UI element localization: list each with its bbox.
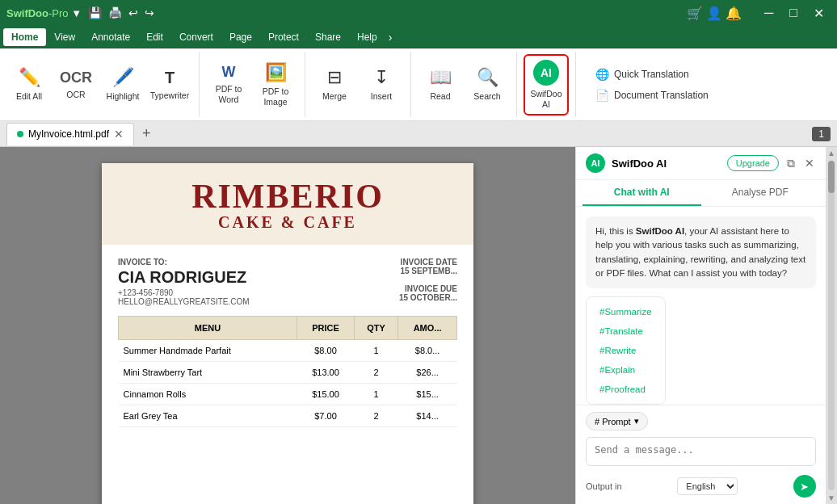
close-ai-icon[interactable]: ✕ xyxy=(803,155,816,171)
menu-help[interactable]: Help xyxy=(349,28,385,46)
highlight-icon: 🖊️ xyxy=(112,67,134,88)
prompt-selector-label: # Prompt xyxy=(595,417,631,426)
pdf-page: RIMBERIO CAKE & CAFE INVOICE TO: CIA ROD… xyxy=(102,163,473,504)
prompt-selector[interactable]: # Prompt ▾ xyxy=(586,412,648,430)
pdf-invoice-date-label: INVOICE DATE xyxy=(399,258,457,267)
pdf-contact1: +123-456-7890 xyxy=(118,288,250,297)
pdf-table-header-row: MENU PRICE QTY AMO... xyxy=(119,317,457,340)
menu-page[interactable]: Page xyxy=(221,28,260,46)
pdf-to-word-button[interactable]: W PDF to Word xyxy=(206,54,251,116)
quick-translation-item[interactable]: 🌐 Quick Translation xyxy=(589,65,715,84)
maximize-button[interactable]: □ xyxy=(783,4,804,22)
typewriter-button[interactable]: T Typewriter xyxy=(147,54,192,116)
save-icon[interactable]: 💾 xyxy=(88,6,102,19)
quick-translation-panel: 🌐 Quick Translation 📄 Document Translati… xyxy=(583,52,721,117)
undo-icon[interactable]: ↩ xyxy=(128,6,138,19)
pdf-body: INVOICE TO: CIA RODRIGUEZ +123-456-7890 … xyxy=(102,245,473,440)
menu-home[interactable]: Home xyxy=(3,28,46,46)
tab-add-button[interactable]: + xyxy=(137,125,156,142)
menu-view[interactable]: View xyxy=(46,28,83,46)
menu-annotate[interactable]: Annotate xyxy=(83,28,138,46)
pdf-invoice-date-val: 15 SEPTEMB... xyxy=(399,267,457,275)
print-icon[interactable]: 🖨️ xyxy=(108,6,122,19)
document-translation-item[interactable]: 📄 Document Translation xyxy=(589,86,715,105)
bell-icon[interactable]: 🔔 xyxy=(726,6,742,21)
output-in-label: Output in xyxy=(586,481,622,491)
pdf-title: RIMBERIO xyxy=(191,179,384,213)
scroll-track[interactable] xyxy=(828,161,835,490)
insert-icon: ↧ xyxy=(374,67,389,88)
pdf-to-image-icon: 🖼️ xyxy=(265,62,287,83)
tab-close-icon[interactable]: ✕ xyxy=(114,128,124,141)
page-number: 1 xyxy=(812,127,831,141)
swifdoo-ai-button[interactable]: AI SwifDoo AI xyxy=(524,54,569,116)
typewriter-icon: T xyxy=(165,69,175,87)
search-button[interactable]: 🔍 Search xyxy=(465,54,510,116)
prompt-proofread[interactable]: #Proofread xyxy=(593,381,658,397)
send-button[interactable]: ➤ xyxy=(793,475,816,498)
prompt-translate[interactable]: #Translate xyxy=(593,323,658,339)
edit-all-icon: ✏️ xyxy=(19,67,40,88)
cart-icon[interactable]: 🛒 xyxy=(687,6,703,21)
copy-icon[interactable]: ⧉ xyxy=(785,155,797,172)
insert-button[interactable]: ↧ Insert xyxy=(359,54,404,116)
pdf-subtitle: CAKE & CAFE xyxy=(218,213,357,232)
prompt-explain[interactable]: #Explain xyxy=(593,362,658,378)
app-name: SwifDoo xyxy=(6,7,48,19)
pdf-to-image-button[interactable]: 🖼️ PDF to Image xyxy=(253,54,298,116)
edit-all-button[interactable]: ✏️ Edit All xyxy=(6,54,52,116)
quick-translation-icon: 🌐 xyxy=(595,68,609,81)
ocr-button[interactable]: OCR OCR xyxy=(53,54,99,116)
read-button[interactable]: 📖 Read xyxy=(418,54,463,116)
ai-input-area: # Prompt ▾ Output in English Spanish Fre… xyxy=(576,405,826,504)
menu-protect[interactable]: Protect xyxy=(260,28,307,46)
merge-icon: ⊟ xyxy=(327,67,342,88)
scroll-down-arrow[interactable]: ▼ xyxy=(827,494,835,502)
ocr-label: OCR xyxy=(66,90,85,100)
tab-chat-with-ai[interactable]: Chat with AI xyxy=(583,180,701,206)
search-label: Search xyxy=(473,91,500,102)
prompt-rewrite[interactable]: #Rewrite xyxy=(593,342,658,359)
upgrade-button[interactable]: Upgrade xyxy=(727,155,779,171)
table-row: Summer Handmade Parfait$8.001$8.0... xyxy=(119,340,457,362)
ribbon: ✏️ Edit All OCR OCR 🖊️ Highlight T Typew… xyxy=(0,48,837,121)
menu-more[interactable]: › xyxy=(389,31,393,44)
menu-edit[interactable]: Edit xyxy=(138,28,171,46)
pdf-invoice-due-val: 15 OCTOBER... xyxy=(399,293,457,302)
highlight-button[interactable]: 🖊️ Highlight xyxy=(100,54,145,116)
document-translation-icon: 📄 xyxy=(595,89,609,102)
app-name-pro: -Pro xyxy=(48,7,69,19)
language-select[interactable]: English Spanish French German Chinese xyxy=(677,477,738,495)
ribbon-group-ai: AI SwifDoo AI xyxy=(524,52,576,117)
pdf-to-word-icon: W xyxy=(222,64,236,81)
ai-chat-area[interactable]: Hi, this is SwifDoo AI, your AI assistan… xyxy=(576,207,826,405)
account-icon[interactable]: 👤 xyxy=(706,6,722,21)
highlight-label: Highlight xyxy=(107,91,140,102)
col-price: PRICE xyxy=(297,317,355,340)
tab-myinvoice[interactable]: MyInvoice.html.pdf ✕ xyxy=(6,123,134,145)
read-icon: 📖 xyxy=(430,67,452,88)
menu-share[interactable]: Share xyxy=(307,28,349,46)
redo-icon[interactable]: ↪ xyxy=(145,6,154,19)
close-button[interactable]: ✕ xyxy=(807,4,831,23)
tab-label: MyInvoice.html.pdf xyxy=(28,128,109,140)
col-menu: MENU xyxy=(119,317,297,340)
message-input[interactable] xyxy=(586,437,816,466)
tab-active-dot xyxy=(17,131,23,137)
title-bar-left: SwifDoo-Pro ▼ 💾 🖨️ ↩ ↪ xyxy=(6,6,154,19)
edit-all-label: Edit All xyxy=(16,91,42,102)
ribbon-group-convert: W PDF to Word 🖼️ PDF to Image xyxy=(206,52,305,117)
tab-analyse-pdf[interactable]: Analyse PDF xyxy=(701,180,820,206)
send-icon: ➤ xyxy=(800,481,809,493)
quick-translation-label: Quick Translation xyxy=(614,69,689,80)
pdf-invoice-date-section: INVOICE DATE 15 SEPTEMB... INVOICE DUE 1… xyxy=(399,258,457,306)
menu-bar: Home View Annotate Edit Convert Page Pro… xyxy=(0,26,837,48)
minimize-button[interactable]: ─ xyxy=(758,4,780,22)
col-amount: AMO... xyxy=(398,317,457,340)
search-icon: 🔍 xyxy=(477,67,498,88)
merge-button[interactable]: ⊟ Merge xyxy=(312,54,357,116)
main-scrollbar: ▲ ▼ xyxy=(826,147,837,504)
prompt-summarize[interactable]: #Summarize xyxy=(593,304,658,320)
scroll-up-arrow[interactable]: ▲ xyxy=(827,149,835,158)
menu-convert[interactable]: Convert xyxy=(171,28,221,46)
